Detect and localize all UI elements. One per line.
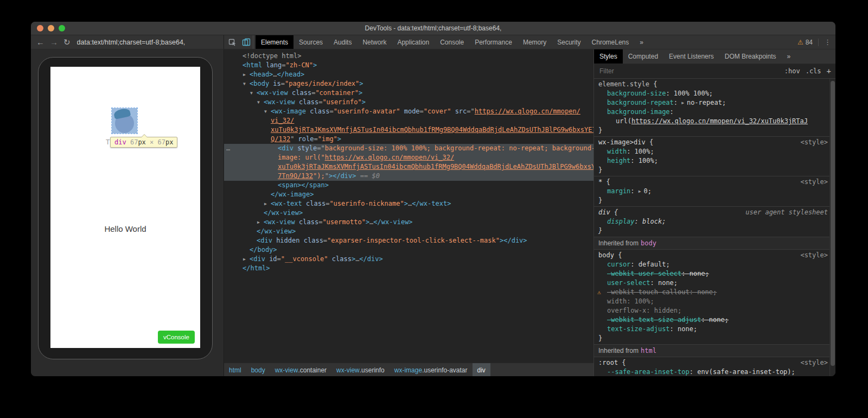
tab-application[interactable]: Application	[392, 35, 435, 49]
forward-icon[interactable]: →	[50, 38, 58, 46]
style-rule-div[interactable]: user agent stylesheetdiv {display: block…	[594, 207, 830, 237]
dom-node-line-selected[interactable]: image: url("https://wx.qlogo.cn/mmopen/v…	[224, 153, 593, 162]
elements-panel: <!doctype html><html lang="zh-CN">▶<head…	[224, 49, 594, 376]
breadcrumb-item-html[interactable]: html	[224, 363, 246, 376]
css-property[interactable]: text-size-adjust: none;	[594, 325, 830, 334]
sidebar-tab-dom-breakpoints[interactable]: DOM Breakpoints	[719, 49, 782, 64]
tab-elements[interactable]: Elements	[256, 35, 293, 49]
tab-network[interactable]: Network	[357, 35, 392, 49]
css-property[interactable]: overflow-x: hidden;	[594, 306, 830, 315]
new-style-rule-button[interactable]: +	[827, 67, 831, 75]
toggle-hover-button[interactable]: :hov	[784, 67, 800, 75]
avatar[interactable]	[112, 108, 137, 134]
dom-node-line[interactable]: </html>	[224, 264, 593, 273]
dom-node-line[interactable]: ▶<head>…</head>	[224, 70, 593, 79]
dom-node-line[interactable]: ▼<wx-view class="userinfo">	[224, 98, 593, 107]
console-warnings-badge[interactable]: ⚠ 84	[797, 39, 813, 46]
dom-node-line[interactable]: ▼<wx-view class="container">	[224, 88, 593, 98]
close-button[interactable]	[37, 25, 43, 31]
css-property[interactable]: -webkit-user-select: none;	[594, 269, 830, 278]
tab-sources[interactable]: Sources	[293, 35, 328, 49]
sidebar-tab-styles[interactable]: Styles	[594, 49, 623, 64]
css-property[interactable]: -webkit-text-size-adjust: none;	[594, 315, 830, 325]
tab-memory[interactable]: Memory	[518, 35, 552, 49]
css-property[interactable]: width: 100%;	[594, 147, 830, 156]
css-property[interactable]: display: block;	[594, 217, 830, 226]
node-link[interactable]: html	[641, 346, 656, 356]
style-rule-element-style[interactable]: element.style {background-size: 100% 100…	[594, 79, 830, 137]
css-property[interactable]: cursor: default;	[594, 260, 830, 269]
tab-chromelens[interactable]: ChromeLens	[586, 35, 635, 49]
back-icon[interactable]: ←	[36, 38, 44, 46]
dom-node-line[interactable]: ▼<wx-image class="userinfo-avatar" mode=…	[224, 107, 593, 116]
dom-node-line[interactable]: xuTu0k3jRTaJKmsXVMnfjASTusIn04ibcmQbhub1…	[224, 125, 593, 135]
inherited-from-header: Inherited from html	[594, 345, 830, 357]
tab-audits[interactable]: Audits	[328, 35, 357, 49]
rule-origin[interactable]: <style>	[800, 138, 830, 147]
sidebar-tab-computed[interactable]: Computed	[623, 49, 663, 64]
scrollbar-thumb[interactable]	[831, 81, 835, 366]
node-link[interactable]: body	[641, 239, 656, 248]
breadcrumb-item-wx-view-container[interactable]: wx-view.container	[270, 363, 331, 376]
style-rule--[interactable]: <style>* {margin: ▶ 0;}	[594, 176, 830, 207]
css-property[interactable]: width: 100%;	[594, 297, 830, 306]
dom-node-line[interactable]: </wx-image>	[224, 190, 593, 199]
breadcrumb-item-wx-view-userinfo[interactable]: wx-view.userinfo	[331, 363, 390, 376]
dom-node-line[interactable]: vi_32/	[224, 116, 593, 125]
device-toolbar-toggle-icon[interactable]	[242, 38, 251, 46]
breadcrumb-item-wx-image-userinfo-avatar[interactable]: wx-image.userinfo-avatar	[390, 363, 473, 376]
dom-node-line[interactable]: Q/132" role="img">	[224, 135, 593, 144]
styles-sidebar: StylesComputedEvent ListenersDOM Breakpo…	[594, 49, 835, 376]
dom-node-line[interactable]: <div hidden class="exparser-inspector-to…	[224, 236, 593, 245]
dom-node-line[interactable]: ▶<wx-view class="usermotto">…</wx-view>	[224, 218, 593, 227]
css-property[interactable]: background-repeat: ▶ no-repeat;	[594, 98, 830, 107]
device-screen[interactable]: T div 67px × 67px Hello World vConsole	[50, 67, 200, 348]
reload-icon[interactable]: ↻	[63, 38, 71, 46]
rule-origin[interactable]: <style>	[800, 251, 830, 260]
css-property[interactable]: margin: ▶ 0;	[594, 187, 830, 196]
dom-node-line[interactable]: </wx-view>	[224, 227, 593, 236]
tab-console[interactable]: Console	[435, 35, 469, 49]
tab-performance[interactable]: Performance	[469, 35, 518, 49]
styles-filter-input[interactable]	[598, 67, 779, 75]
dom-node-line[interactable]: ▼<body is="pages/index/index">	[224, 79, 593, 88]
style-rule-body[interactable]: <style>body {cursor: default;-webkit-use…	[594, 250, 830, 345]
rule-origin[interactable]: <style>	[800, 178, 830, 187]
css-property[interactable]: user-select: none;	[594, 278, 830, 288]
dom-node-line-selected[interactable]: 7Tn9Q/132");"></div> == $0	[224, 172, 593, 181]
dom-node-line[interactable]: </wx-view>	[224, 208, 593, 218]
toggle-class-button[interactable]: .cls	[806, 67, 821, 75]
dom-node-line[interactable]: <html lang="zh-CN">	[224, 61, 593, 70]
sidebar-tab-event-listeners[interactable]: Event Listeners	[663, 49, 719, 64]
url-field[interactable]: data:text/html;charset=utf-8;base64,	[77, 39, 186, 46]
breadcrumb-item-body[interactable]: body	[246, 363, 270, 376]
dom-node-line-selected[interactable]: xuTu0k3jRTaJKmsXVMnfjASTusIn04ibcmQbhub1…	[224, 162, 593, 172]
zoom-button[interactable]	[59, 25, 65, 31]
dom-node-line[interactable]: <!doctype html>	[224, 52, 593, 61]
dom-node-line[interactable]: ▶<wx-text class="userinfo-nickname">…</w…	[224, 199, 593, 208]
more-panels-button[interactable]: »	[634, 35, 649, 49]
dom-node-line[interactable]: </body>	[224, 245, 593, 255]
vconsole-button[interactable]: vConsole	[158, 331, 195, 344]
breadcrumb-item-div[interactable]: div	[473, 363, 490, 376]
inspect-element-icon[interactable]	[228, 38, 237, 46]
css-property[interactable]: ⚠-webkit-touch-callout: none;	[594, 288, 830, 297]
tab-security[interactable]: Security	[552, 35, 586, 49]
style-rule--root[interactable]: <style>:root {--safe-area-inset-top: env…	[594, 357, 830, 376]
css-property[interactable]: background-image:	[594, 107, 830, 117]
css-property[interactable]: height: 100%;	[594, 156, 830, 166]
more-sidebar-tabs-button[interactable]: »	[781, 49, 796, 64]
device-frame: T div 67px × 67px Hello World vConsole	[38, 57, 213, 359]
dom-node-line[interactable]: ▶<div id="__vconsole" class>…</div>	[224, 255, 593, 264]
css-property[interactable]: --safe-area-inset-top: env(safe-area-ins…	[594, 368, 830, 376]
css-url-link[interactable]: https://wx.qlogo.cn/mmopen/vi_32/xuTu0k3…	[631, 117, 808, 125]
minimize-button[interactable]	[48, 25, 54, 31]
devtools-menu-icon[interactable]: ⋮	[824, 38, 831, 46]
style-rule-wx-image-div[interactable]: <style>wx-image>div {width: 100%;height:…	[594, 137, 830, 176]
dom-node-line[interactable]: <span></span>	[224, 181, 593, 190]
css-property[interactable]: background-size: 100% 100%;	[594, 89, 830, 98]
rule-origin[interactable]: <style>	[800, 358, 830, 368]
warning-icon: ⚠	[797, 39, 803, 46]
styles-scrollbar[interactable]	[829, 79, 835, 376]
dom-node-line-selected[interactable]: …<div style="background-size: 100% 100%;…	[224, 144, 593, 153]
